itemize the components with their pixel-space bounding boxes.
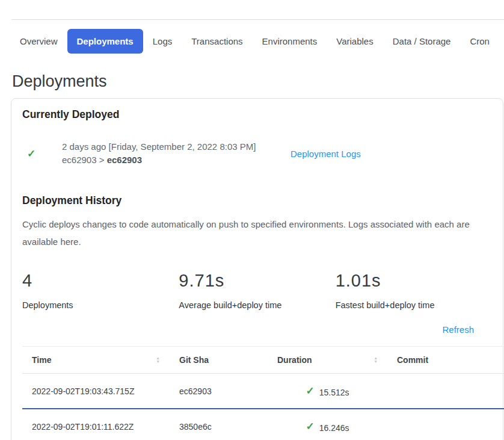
tab-overview[interactable]: Overview xyxy=(10,29,67,54)
stat-label: Average build+deploy time xyxy=(179,300,335,310)
tab-environments[interactable]: Environments xyxy=(253,29,327,54)
deploy-info: 2 days ago [Friday, September 2, 2022 8:… xyxy=(62,140,290,167)
refresh-link[interactable]: Refresh xyxy=(442,324,474,335)
cell-git-sha: 3850e6c xyxy=(170,409,268,440)
tab-bar: OverviewDeploymentsLogsTransactionsEnvir… xyxy=(0,29,504,54)
cell-time: 2022-09-02T19:03:43.715Z xyxy=(22,374,170,409)
stat-value: 1.01s xyxy=(336,271,492,291)
stat-label: Fastest build+deploy time xyxy=(336,300,492,310)
column-header-actions xyxy=(500,347,504,374)
currently-deployed-heading: Currently Deployed xyxy=(22,108,492,121)
table-header: Time▲▼Git ShaDuration▲▼Commit xyxy=(22,347,504,374)
cell-duration: ✓16.246s xyxy=(268,409,387,440)
table-body: 2022-09-02T19:03:43.715Zec62903✓15.512s>… xyxy=(22,374,504,440)
tab-logs[interactable]: Logs xyxy=(143,29,182,54)
stat-average-time: 9.71s Average build+deploy time xyxy=(179,271,335,310)
deploy-status-column: ✓ xyxy=(22,147,62,160)
cell-time: 2022-09-02T19:01:11.622Z xyxy=(22,409,170,440)
tab-cron[interactable]: Cron xyxy=(460,29,499,54)
sort-icon[interactable]: ▲▼ xyxy=(156,356,160,364)
deploy-sha-text: ec62903 > ec62903 xyxy=(62,153,290,167)
table-row: 2022-09-02T19:01:11.622Z3850e6c✓16.246s>… xyxy=(22,409,504,440)
column-header-time[interactable]: Time▲▼ xyxy=(22,347,170,374)
header-divider xyxy=(11,19,504,20)
cell-actions: >_ xyxy=(500,409,504,440)
tab-data-storage[interactable]: Data / Storage xyxy=(383,29,461,54)
cell-commit xyxy=(387,374,500,409)
tab-transactions[interactable]: Transactions xyxy=(182,29,252,54)
refresh-row: Refresh xyxy=(22,324,492,335)
tab-variables[interactable]: Variables xyxy=(327,29,383,54)
stat-fastest-time: 1.01s Fastest build+deploy time xyxy=(336,271,492,310)
column-header-commit: Commit xyxy=(387,347,500,374)
table-row: 2022-09-02T19:03:43.715Zec62903✓15.512s>… xyxy=(22,374,504,409)
deployment-history-description: Cyclic deploys changes to code automatic… xyxy=(22,215,492,250)
sort-icon[interactable]: ▲▼ xyxy=(374,356,378,364)
stat-deployments: 4 Deployments xyxy=(22,271,179,310)
deployment-history-heading: Deployment History xyxy=(22,194,492,207)
column-header-duration[interactable]: Duration▲▼ xyxy=(268,347,387,374)
currently-deployed-row: ✓ 2 days ago [Friday, September 2, 2022 … xyxy=(22,140,492,167)
check-icon: ✓ xyxy=(27,148,35,160)
stat-value: 4 xyxy=(22,271,179,291)
check-icon: ✓ xyxy=(306,420,314,433)
cell-actions: >_↻ xyxy=(500,374,504,409)
deploy-sha-prefix: ec62903 > xyxy=(62,155,107,165)
stat-label: Deployments xyxy=(22,300,179,310)
page-title: Deployments xyxy=(12,72,504,91)
cell-commit xyxy=(387,409,500,440)
cell-git-sha: ec62903 xyxy=(170,374,268,409)
tab-deployments[interactable]: Deployments xyxy=(67,29,143,54)
stat-value: 9.71s xyxy=(179,271,335,291)
check-icon: ✓ xyxy=(306,385,314,397)
deploy-sha-current: ec62903 xyxy=(107,155,142,165)
duration-value: 15.512s xyxy=(319,388,349,397)
column-header-git-sha: Git Sha xyxy=(170,347,268,374)
deployments-card: Currently Deployed ✓ 2 days ago [Friday,… xyxy=(11,98,503,440)
deployment-history-table: Time▲▼Git ShaDuration▲▼Commit 2022-09-02… xyxy=(22,346,504,440)
deploy-time-text: 2 days ago [Friday, September 2, 2022 8:… xyxy=(62,140,290,153)
deployment-logs-link[interactable]: Deployment Logs xyxy=(290,149,361,159)
stats-row: 4 Deployments 9.71s Average build+deploy… xyxy=(22,271,492,310)
cell-duration: ✓15.512s xyxy=(268,374,387,409)
duration-value: 16.246s xyxy=(319,423,349,433)
